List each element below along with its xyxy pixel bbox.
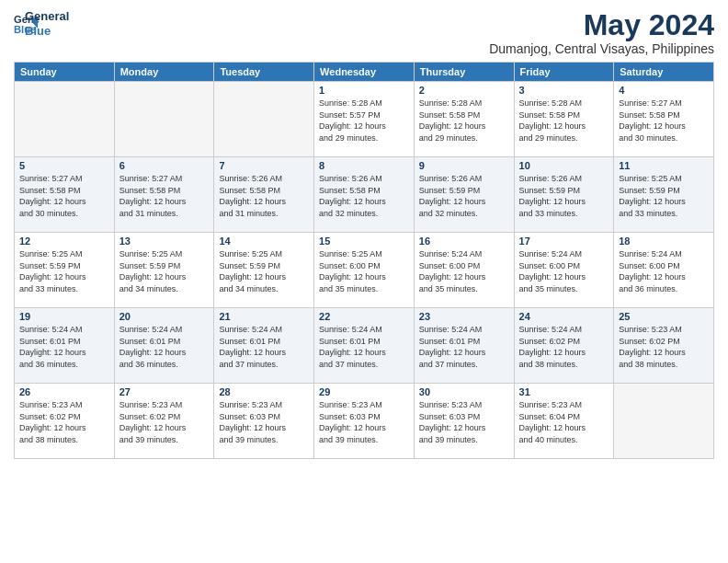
page: General Blue General Blue May 2024 Duman… [0, 0, 728, 563]
day-info: Sunrise: 5:26 AM Sunset: 5:59 PM Dayligh… [519, 173, 609, 219]
day-info: Sunrise: 5:28 AM Sunset: 5:58 PM Dayligh… [419, 98, 509, 144]
day-info: Sunrise: 5:24 AM Sunset: 6:01 PM Dayligh… [419, 324, 509, 370]
day-info: Sunrise: 5:24 AM Sunset: 6:02 PM Dayligh… [519, 324, 609, 370]
day-number: 9 [419, 160, 509, 171]
calendar-cell: 5Sunrise: 5:27 AM Sunset: 5:58 PM Daylig… [15, 157, 115, 233]
day-info: Sunrise: 5:28 AM Sunset: 5:57 PM Dayligh… [319, 98, 409, 144]
calendar-cell: 10Sunrise: 5:26 AM Sunset: 5:59 PM Dayli… [514, 157, 614, 233]
day-info: Sunrise: 5:25 AM Sunset: 5:59 PM Dayligh… [119, 248, 210, 294]
day-number: 27 [119, 386, 210, 397]
weekday-header-sunday: Sunday [15, 63, 115, 82]
calendar-cell: 22Sunrise: 5:24 AM Sunset: 6:01 PM Dayli… [314, 308, 415, 384]
weekday-header-tuesday: Tuesday [214, 63, 314, 82]
day-info: Sunrise: 5:27 AM Sunset: 5:58 PM Dayligh… [119, 173, 210, 219]
day-number: 4 [619, 85, 709, 96]
calendar-cell: 18Sunrise: 5:24 AM Sunset: 6:00 PM Dayli… [614, 233, 714, 308]
calendar-cell: 8Sunrise: 5:26 AM Sunset: 5:58 PM Daylig… [314, 157, 415, 233]
day-number: 23 [419, 311, 509, 322]
day-info: Sunrise: 5:25 AM Sunset: 5:59 PM Dayligh… [219, 248, 309, 294]
day-info: Sunrise: 5:27 AM Sunset: 5:58 PM Dayligh… [619, 98, 709, 144]
calendar-cell: 24Sunrise: 5:24 AM Sunset: 6:02 PM Dayli… [514, 308, 614, 384]
calendar-cell: 3Sunrise: 5:28 AM Sunset: 5:58 PM Daylig… [514, 82, 614, 157]
day-number: 31 [519, 386, 609, 397]
header: General Blue General Blue May 2024 Duman… [14, 9, 714, 56]
day-info: Sunrise: 5:23 AM Sunset: 6:02 PM Dayligh… [619, 324, 709, 370]
day-number: 20 [119, 311, 210, 322]
weekday-header-saturday: Saturday [614, 63, 714, 82]
day-number: 17 [519, 236, 609, 247]
month-title: May 2024 [489, 9, 714, 41]
calendar-cell: 4Sunrise: 5:27 AM Sunset: 5:58 PM Daylig… [614, 82, 714, 157]
calendar-week-row: 26Sunrise: 5:23 AM Sunset: 6:02 PM Dayli… [15, 384, 714, 459]
day-number: 5 [19, 160, 109, 171]
logo-text: General [25, 9, 69, 24]
day-info: Sunrise: 5:24 AM Sunset: 6:01 PM Dayligh… [19, 324, 109, 370]
calendar-cell: 25Sunrise: 5:23 AM Sunset: 6:02 PM Dayli… [614, 308, 714, 384]
day-number: 24 [519, 311, 609, 322]
day-info: Sunrise: 5:24 AM Sunset: 6:00 PM Dayligh… [619, 248, 709, 294]
calendar-cell: 16Sunrise: 5:24 AM Sunset: 6:00 PM Dayli… [414, 233, 514, 308]
day-info: Sunrise: 5:23 AM Sunset: 6:03 PM Dayligh… [319, 399, 409, 445]
calendar-cell: 11Sunrise: 5:25 AM Sunset: 5:59 PM Dayli… [614, 157, 714, 233]
day-info: Sunrise: 5:25 AM Sunset: 5:59 PM Dayligh… [619, 173, 709, 219]
calendar-cell: 26Sunrise: 5:23 AM Sunset: 6:02 PM Dayli… [15, 384, 115, 459]
day-number: 6 [119, 160, 210, 171]
day-number: 12 [19, 236, 109, 247]
day-number: 7 [219, 160, 309, 171]
day-info: Sunrise: 5:26 AM Sunset: 5:59 PM Dayligh… [419, 173, 509, 219]
calendar-week-row: 19Sunrise: 5:24 AM Sunset: 6:01 PM Dayli… [15, 308, 714, 384]
calendar-week-row: 1Sunrise: 5:28 AM Sunset: 5:57 PM Daylig… [15, 82, 714, 157]
weekday-header-wednesday: Wednesday [314, 63, 415, 82]
calendar-cell [614, 384, 714, 459]
calendar-cell: 2Sunrise: 5:28 AM Sunset: 5:58 PM Daylig… [414, 82, 514, 157]
day-number: 25 [619, 311, 709, 322]
location-subtitle: Dumanjog, Central Visayas, Philippines [489, 41, 714, 56]
day-number: 18 [619, 236, 709, 247]
calendar-cell: 29Sunrise: 5:23 AM Sunset: 6:03 PM Dayli… [314, 384, 415, 459]
day-info: Sunrise: 5:26 AM Sunset: 5:58 PM Dayligh… [319, 173, 409, 219]
day-number: 21 [219, 311, 309, 322]
calendar-cell: 28Sunrise: 5:23 AM Sunset: 6:03 PM Dayli… [214, 384, 314, 459]
calendar-cell [114, 82, 214, 157]
calendar-cell: 19Sunrise: 5:24 AM Sunset: 6:01 PM Dayli… [15, 308, 115, 384]
calendar-week-row: 12Sunrise: 5:25 AM Sunset: 5:59 PM Dayli… [15, 233, 714, 308]
day-number: 15 [319, 236, 409, 247]
calendar-cell: 1Sunrise: 5:28 AM Sunset: 5:57 PM Daylig… [314, 82, 415, 157]
weekday-header-friday: Friday [514, 63, 614, 82]
day-info: Sunrise: 5:24 AM Sunset: 6:01 PM Dayligh… [219, 324, 309, 370]
weekday-header-monday: Monday [114, 63, 214, 82]
calendar-cell: 21Sunrise: 5:24 AM Sunset: 6:01 PM Dayli… [214, 308, 314, 384]
day-info: Sunrise: 5:23 AM Sunset: 6:04 PM Dayligh… [519, 399, 609, 445]
day-number: 3 [519, 85, 609, 96]
day-info: Sunrise: 5:25 AM Sunset: 6:00 PM Dayligh… [319, 248, 409, 294]
calendar-table: SundayMondayTuesdayWednesdayThursdayFrid… [14, 62, 714, 459]
title-section: May 2024 Dumanjog, Central Visayas, Phil… [489, 9, 714, 56]
day-number: 29 [319, 386, 409, 397]
day-info: Sunrise: 5:23 AM Sunset: 6:03 PM Dayligh… [219, 399, 309, 445]
day-number: 8 [319, 160, 409, 171]
calendar-cell: 31Sunrise: 5:23 AM Sunset: 6:04 PM Dayli… [514, 384, 614, 459]
calendar-cell: 27Sunrise: 5:23 AM Sunset: 6:02 PM Dayli… [114, 384, 214, 459]
day-number: 16 [419, 236, 509, 247]
calendar-cell: 9Sunrise: 5:26 AM Sunset: 5:59 PM Daylig… [414, 157, 514, 233]
day-info: Sunrise: 5:24 AM Sunset: 6:00 PM Dayligh… [519, 248, 609, 294]
day-number: 1 [319, 85, 409, 96]
calendar-cell: 15Sunrise: 5:25 AM Sunset: 6:00 PM Dayli… [314, 233, 415, 308]
day-info: Sunrise: 5:25 AM Sunset: 5:59 PM Dayligh… [19, 248, 109, 294]
day-info: Sunrise: 5:24 AM Sunset: 6:00 PM Dayligh… [419, 248, 509, 294]
day-info: Sunrise: 5:23 AM Sunset: 6:03 PM Dayligh… [419, 399, 509, 445]
weekday-header-thursday: Thursday [414, 63, 514, 82]
day-number: 30 [419, 386, 509, 397]
day-number: 22 [319, 311, 409, 322]
day-info: Sunrise: 5:23 AM Sunset: 6:02 PM Dayligh… [19, 399, 109, 445]
calendar-week-row: 5Sunrise: 5:27 AM Sunset: 5:58 PM Daylig… [15, 157, 714, 233]
calendar-cell: 7Sunrise: 5:26 AM Sunset: 5:58 PM Daylig… [214, 157, 314, 233]
day-number: 19 [19, 311, 109, 322]
day-number: 14 [219, 236, 309, 247]
day-number: 10 [519, 160, 609, 171]
calendar-cell: 13Sunrise: 5:25 AM Sunset: 5:59 PM Dayli… [114, 233, 214, 308]
calendar-cell [15, 82, 115, 157]
calendar-cell: 17Sunrise: 5:24 AM Sunset: 6:00 PM Dayli… [514, 233, 614, 308]
logo: General Blue General Blue [14, 9, 69, 38]
day-number: 11 [619, 160, 709, 171]
